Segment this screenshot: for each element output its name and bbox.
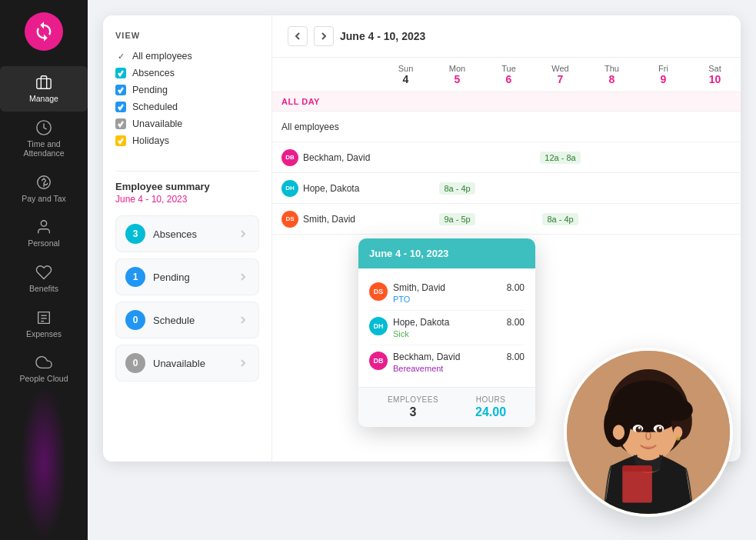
shift-db-thu bbox=[586, 142, 638, 172]
clock-icon bbox=[35, 119, 52, 136]
avatar-db: DB bbox=[281, 149, 298, 166]
popup-emp-info-db: Beckham, David Bereavement bbox=[393, 352, 460, 373]
svg-rect-0 bbox=[37, 78, 51, 88]
popup-avatar-ds: DS bbox=[369, 282, 388, 301]
app-logo[interactable] bbox=[25, 12, 63, 51]
employee-cell-dh: DH Hope, Dakota bbox=[272, 173, 380, 203]
popup-card: June 4 - 10, 2023 DS Smith, David PTO 8.… bbox=[358, 238, 535, 427]
shift-db-sun bbox=[380, 142, 431, 172]
sidebar-item-personal[interactable]: Personal bbox=[0, 211, 88, 256]
heart-icon bbox=[35, 264, 52, 281]
chevron-absences-icon bbox=[237, 228, 249, 240]
shift-dh-mon: 8a - 4p bbox=[431, 173, 483, 203]
filter-unavailable[interactable]: Unavailable bbox=[115, 115, 259, 132]
employee-cell-all: All employees bbox=[272, 112, 380, 142]
sidebar-item-time-attendance[interactable]: Time and Attendance bbox=[0, 112, 88, 166]
summary-row-absences-left: 3 Absences bbox=[125, 224, 197, 244]
left-panel: VIEW ✓ All employees Absences bbox=[103, 15, 272, 462]
check-holidays-icon bbox=[115, 135, 126, 146]
filter-all-employees[interactable]: ✓ All employees bbox=[115, 48, 259, 65]
svg-point-12 bbox=[604, 402, 631, 447]
summary-row-schedule[interactable]: 0 Schedule bbox=[115, 302, 259, 338]
prev-week-button[interactable] bbox=[288, 26, 308, 46]
shift-all-sat bbox=[689, 112, 741, 142]
shift-ds-mon: 9a - 5p bbox=[431, 204, 483, 234]
sidebar-item-expenses[interactable]: Expenses bbox=[0, 302, 88, 347]
popup-footer: EMPLOYEES 3 HOURS 24.00 bbox=[358, 387, 535, 427]
sidebar-label-benefits: Benefits bbox=[29, 284, 58, 294]
popup-emp-left-dh: DH Hope, Dakota Sick bbox=[369, 317, 449, 338]
next-week-button[interactable] bbox=[314, 26, 334, 46]
summary-label-pending: Pending bbox=[153, 272, 190, 283]
employee-name-db: Beckham, David bbox=[303, 152, 370, 163]
popup-emp-name-db: Beckham, David bbox=[393, 352, 460, 362]
filter-scheduled[interactable]: Scheduled bbox=[115, 98, 259, 115]
divider bbox=[115, 171, 259, 172]
sidebar-label-time: Time and Attendance bbox=[23, 139, 64, 158]
employee-row-dh: DH Hope, Dakota 8a - 4p bbox=[272, 173, 741, 204]
popup-body: DS Smith, David PTO 8.00 DH Hope, Dakota bbox=[358, 268, 535, 387]
badge-schedule: 0 bbox=[125, 310, 145, 330]
calendar-header: June 4 - 10, 2023 bbox=[272, 15, 741, 58]
employee-name-dh: Hope, Dakota bbox=[303, 183, 359, 194]
summary-row-pending[interactable]: 1 Pending bbox=[115, 258, 259, 295]
svg-point-14 bbox=[663, 399, 693, 422]
shift-all-mon bbox=[431, 112, 483, 142]
sidebar-label-manage: Manage bbox=[29, 94, 58, 104]
avatar-dh: DH bbox=[281, 180, 298, 197]
employee-cell-db: DB Beckham, David bbox=[272, 142, 380, 172]
shift-db-wed: 12a - 8a bbox=[535, 142, 586, 172]
summary-label-absences: Absences bbox=[153, 228, 197, 240]
popup-emp-type-db: Bereavement bbox=[393, 364, 460, 373]
sidebar-item-manage[interactable]: Manage bbox=[0, 66, 88, 112]
sidebar-label-pay: Pay and Tax bbox=[22, 194, 66, 204]
summary-row-absences[interactable]: 3 Absences bbox=[115, 215, 259, 252]
employee-name-all: All employees bbox=[281, 122, 339, 132]
popup-stat-employees-value: 3 bbox=[388, 405, 438, 419]
view-label: VIEW bbox=[115, 31, 259, 40]
popup-row-dh: DH Hope, Dakota Sick 8.00 bbox=[369, 311, 525, 345]
badge-pending: 1 bbox=[125, 267, 145, 287]
popup-stat-employees-label: EMPLOYEES bbox=[388, 395, 438, 404]
filter-absences[interactable]: Absences bbox=[115, 65, 259, 82]
popup-avatar-db: DB bbox=[369, 352, 388, 370]
sidebar-label-personal: Personal bbox=[28, 238, 59, 248]
shift-all-fri bbox=[638, 112, 689, 142]
popup-stat-hours-label: HOURS bbox=[475, 395, 506, 404]
popup-stat-hours-value: 24.00 bbox=[475, 405, 506, 419]
main-content: VIEW ✓ All employees Absences bbox=[88, 0, 756, 540]
popup-hours-dh: 8.00 bbox=[507, 317, 525, 328]
shift-dh-thu bbox=[586, 173, 638, 203]
calendar-range: June 4 - 10, 2023 bbox=[340, 30, 425, 42]
filter-label-holidays: Holidays bbox=[132, 135, 169, 146]
svg-point-3 bbox=[41, 221, 46, 226]
sidebar-item-people-cloud[interactable]: People Cloud bbox=[0, 346, 88, 392]
popup-emp-name-ds: Smith, David bbox=[393, 282, 445, 293]
person-icon bbox=[35, 218, 52, 235]
svg-point-23 bbox=[676, 436, 681, 441]
summary-row-unavail[interactable]: 0 Unavailable bbox=[115, 345, 259, 382]
shift-badge-db-wed: 12a - 8a bbox=[540, 152, 580, 164]
shift-db-fri bbox=[638, 142, 689, 172]
chevron-pending-icon bbox=[237, 271, 249, 283]
chevron-schedule-icon bbox=[237, 314, 249, 326]
popup-row-db: DB Beckham, David Bereavement 8.00 bbox=[369, 345, 525, 379]
chevron-right-icon bbox=[319, 32, 328, 41]
filter-pending[interactable]: Pending bbox=[115, 82, 259, 98]
all-day-label: ALL DAY bbox=[272, 92, 741, 112]
receipt-icon bbox=[35, 309, 52, 326]
svg-rect-25 bbox=[622, 465, 652, 472]
filter-list: ✓ All employees Absences bbox=[115, 48, 259, 149]
day-header-mon: Mon 5 bbox=[431, 58, 483, 92]
svg-point-20 bbox=[659, 427, 661, 429]
shift-dh-tue bbox=[483, 173, 535, 203]
sidebar-item-benefits[interactable]: Benefits bbox=[0, 256, 88, 302]
shift-ds-fri bbox=[638, 204, 689, 234]
sidebar-item-pay-tax[interactable]: Pay and Tax bbox=[0, 166, 88, 212]
cloud-icon bbox=[35, 354, 52, 371]
filter-holidays[interactable]: Holidays bbox=[115, 132, 259, 149]
check-unavailable-icon bbox=[115, 118, 126, 129]
person-photo bbox=[564, 348, 733, 517]
popup-stat-employees: EMPLOYEES 3 bbox=[388, 395, 438, 419]
popup-emp-left-db: DB Beckham, David Bereavement bbox=[369, 352, 460, 373]
